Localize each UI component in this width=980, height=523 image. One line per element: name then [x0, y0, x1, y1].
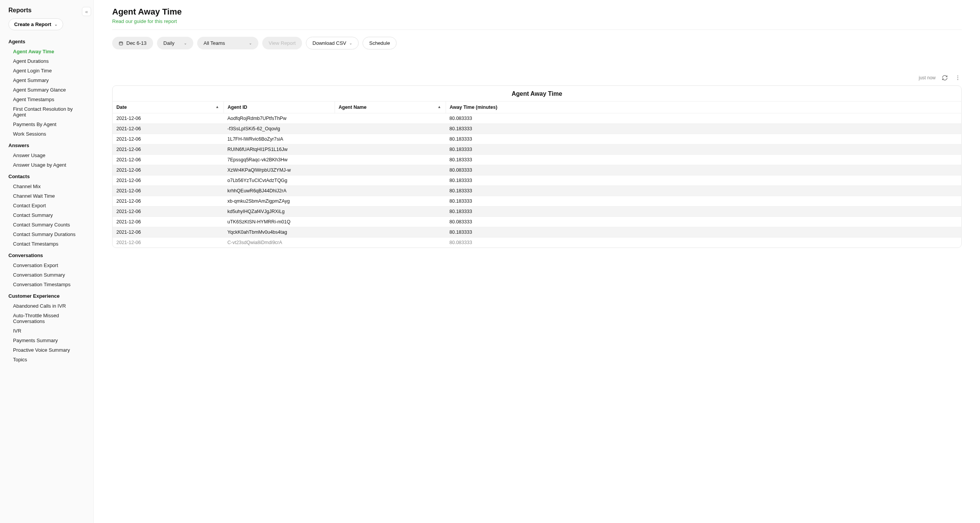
table-cell	[335, 238, 446, 248]
sidebar-item[interactable]: Channel Wait Time	[8, 191, 85, 201]
sidebar-section: AgentsAgent Away TimeAgent DurationsAgen…	[0, 39, 93, 139]
table-cell: 2021-12-06	[113, 134, 224, 144]
table-cell	[335, 227, 446, 238]
column-header-agent-name[interactable]: Agent Name ▴	[335, 102, 446, 113]
sidebar-item[interactable]: Payments Summary	[8, 336, 85, 345]
sidebar: Reports « Create a Report ⌄ AgentsAgent …	[0, 0, 94, 523]
sidebar-item[interactable]: Conversation Timestamps	[8, 280, 85, 289]
download-csv-button[interactable]: Download CSV ⌄	[306, 37, 359, 49]
table-cell: 2021-12-06	[113, 155, 224, 165]
interval-label: Daily	[163, 40, 175, 46]
table-cell	[335, 165, 446, 175]
table-cell: 80.183333	[446, 207, 961, 217]
collapse-sidebar-button[interactable]: «	[82, 7, 91, 16]
sidebar-item[interactable]: Proactive Voice Summary	[8, 345, 85, 355]
sidebar-item[interactable]: Topics	[8, 355, 85, 364]
toolbar: Dec 6-13 Daily ⌄ All Teams ⌄ View Report…	[112, 37, 962, 49]
table-cell	[335, 134, 446, 144]
sidebar-item[interactable]: Contact Timestamps	[8, 239, 85, 249]
sidebar-item[interactable]: Payments By Agent	[8, 120, 85, 129]
table-cell: 2021-12-06	[113, 186, 224, 196]
table-cell: 80.083333	[446, 238, 961, 248]
table-cell: XzWr4KPaQIWrpbU3ZYMJ-w	[224, 165, 335, 175]
table-row: 2021-12-06kd5uhyIHQZaf4VJgJRXiLg80.18333…	[113, 207, 961, 217]
sort-asc-icon: ▴	[216, 105, 218, 109]
table-cell: 80.183333	[446, 186, 961, 196]
sidebar-section-title: Contacts	[8, 174, 85, 179]
sidebar-item[interactable]: Abandoned Calls in IVR	[8, 301, 85, 311]
table-cell: 80.083333	[446, 165, 961, 175]
column-label: Date	[116, 105, 127, 110]
table-row: 2021-12-06XzWr4KPaQIWrpbU3ZYMJ-w80.08333…	[113, 165, 961, 175]
sidebar-item[interactable]: Answer Usage by Agent	[8, 160, 85, 170]
view-report-label: View Report	[269, 40, 296, 46]
sidebar-item[interactable]: Agent Summary Glance	[8, 85, 85, 95]
teams-label: All Teams	[204, 40, 225, 46]
table-cell: 2021-12-06	[113, 144, 224, 155]
svg-point-6	[957, 79, 958, 80]
table-cell: 2021-12-06	[113, 124, 224, 134]
table-cell: 80.183333	[446, 196, 961, 207]
column-header-agent-id[interactable]: Agent ID	[224, 102, 335, 113]
main-content: Agent Away Time Read our guide for this …	[94, 0, 980, 523]
sidebar-section: ContactsChannel MixChannel Wait TimeCont…	[0, 174, 93, 249]
svg-rect-0	[119, 42, 123, 45]
teams-select[interactable]: All Teams ⌄	[197, 37, 258, 49]
sidebar-item[interactable]: Conversation Export	[8, 261, 85, 270]
refresh-button[interactable]	[941, 74, 949, 82]
table-cell	[335, 217, 446, 227]
sidebar-item[interactable]: Answer Usage	[8, 151, 85, 160]
sidebar-item[interactable]: Agent Summary	[8, 75, 85, 85]
table-cell	[335, 124, 446, 134]
table-cell	[335, 144, 446, 155]
sidebar-item[interactable]: Work Sessions	[8, 129, 85, 139]
sidebar-item[interactable]: Contact Summary Counts	[8, 220, 85, 230]
table-row: 2021-12-06o7Lb56YzTuClCvtAdzTQGg80.18333…	[113, 175, 961, 186]
guide-link[interactable]: Read our guide for this report	[112, 18, 962, 24]
interval-select[interactable]: Daily ⌄	[157, 37, 193, 49]
table-row: 2021-12-06xb-qmku2SbmAmZigpmZAyg80.18333…	[113, 196, 961, 207]
table-row: 2021-12-06RUIN6fUARtqHI1PS1L16Jw80.18333…	[113, 144, 961, 155]
sidebar-item[interactable]: Contact Summary Durations	[8, 230, 85, 239]
sidebar-item[interactable]: Conversation Summary	[8, 270, 85, 280]
table-row: 2021-12-06C-vt23sdQwia8iDmdi9crA80.08333…	[113, 238, 961, 248]
sidebar-item[interactable]: IVR	[8, 326, 85, 336]
refresh-icon	[942, 75, 948, 81]
sidebar-item[interactable]: Auto-Throttle Missed Conversations	[8, 311, 85, 326]
table-cell: 2021-12-06	[113, 227, 224, 238]
sidebar-item[interactable]: Agent Away Time	[8, 47, 85, 56]
table-cell: 80.183333	[446, 134, 961, 144]
sidebar-item[interactable]: Agent Timestamps	[8, 95, 85, 104]
sidebar-item[interactable]: Contact Summary	[8, 210, 85, 220]
table-cell: 2021-12-06	[113, 113, 224, 124]
table-cell: xb-qmku2SbmAmZigpmZAyg	[224, 196, 335, 207]
column-header-away-time[interactable]: Away Time (minutes)	[446, 102, 961, 113]
sidebar-section-title: Customer Experience	[8, 293, 85, 299]
table-cell: 2021-12-06	[113, 238, 224, 248]
sidebar-section: Customer ExperienceAbandoned Calls in IV…	[0, 293, 93, 364]
table-cell	[335, 113, 446, 124]
sidebar-item[interactable]: First Contact Resolution by Agent	[8, 104, 85, 120]
chevron-down-icon: ⌄	[184, 41, 187, 45]
table-cell: 2021-12-06	[113, 207, 224, 217]
svg-point-5	[957, 77, 958, 78]
more-menu-button[interactable]	[954, 74, 962, 82]
table-row: 2021-12-06YqckK0ahTbmMv0u4bs4tag80.18333…	[113, 227, 961, 238]
sidebar-item[interactable]: Channel Mix	[8, 182, 85, 191]
table-cell: 80.083333	[446, 113, 961, 124]
sidebar-title: Reports	[8, 7, 31, 14]
report-meta: just now	[112, 74, 962, 82]
table-cell: 7Epssgq5Raqc-vk2BKh3Hw	[224, 155, 335, 165]
sidebar-item[interactable]: Agent Durations	[8, 56, 85, 66]
date-range-picker[interactable]: Dec 6-13	[112, 37, 153, 49]
schedule-button[interactable]: Schedule	[363, 37, 396, 49]
table-cell	[335, 186, 446, 196]
table-cell: 2021-12-06	[113, 217, 224, 227]
table-cell: -f3SsLpISKi5-62_Oqovlg	[224, 124, 335, 134]
sidebar-item[interactable]: Contact Export	[8, 201, 85, 210]
table-cell: YqckK0ahTbmMv0u4bs4tag	[224, 227, 335, 238]
table-cell: 2021-12-06	[113, 196, 224, 207]
create-report-button[interactable]: Create a Report ⌄	[8, 18, 63, 30]
sidebar-item[interactable]: Agent Login Time	[8, 66, 85, 75]
column-header-date[interactable]: Date ▴	[113, 102, 224, 113]
